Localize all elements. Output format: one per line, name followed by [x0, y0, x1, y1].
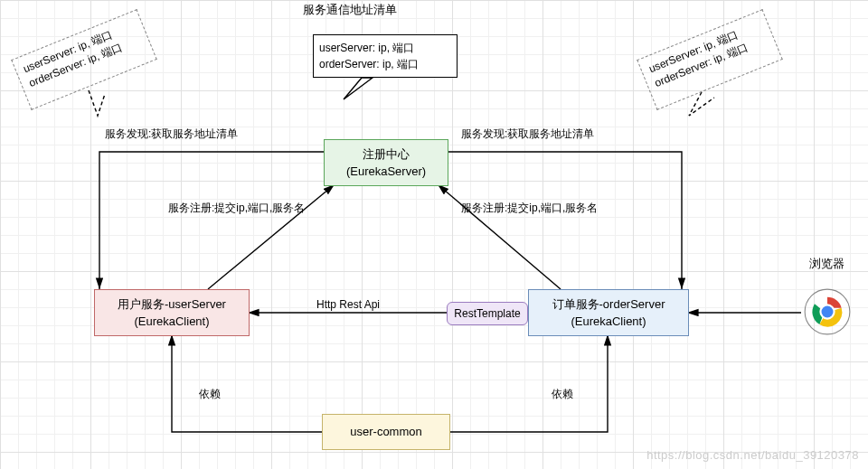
order-server-line1: 订单服务-orderServer: [552, 295, 665, 314]
user-common-text: user-common: [350, 423, 421, 441]
label-register-right: 服务注册:提交ip,端口,服务名: [461, 201, 598, 216]
registry-box: 注册中心 (EurekaServer): [324, 139, 448, 186]
note-left: userServer: ip, 端口 orderServer: ip, 端口: [11, 9, 157, 110]
registry-line1: 注册中心: [363, 145, 410, 164]
diagram-title: 服务通信地址清单: [303, 2, 397, 18]
diagram-canvas: 服务通信地址清单 userServer: ip, 端口 orderServer:…: [0, 0, 868, 469]
user-server-box: 用户服务-userServer (EurekaClient): [94, 289, 250, 336]
order-server-box: 订单服务-orderServer (EurekaClient): [528, 289, 689, 336]
speech-line2: orderServer: ip, 端口: [319, 56, 451, 72]
svg-point-2: [822, 306, 834, 318]
note-right: userServer: ip, 端口 orderServer: ip, 端口: [637, 9, 783, 110]
speech-bubble: userServer: ip, 端口 orderServer: ip, 端口: [313, 34, 458, 78]
user-common-box: user-common: [322, 414, 450, 450]
label-depend-left: 依赖: [199, 387, 221, 402]
watermark: https://blog.csdn.net/baidu_39120378: [646, 448, 859, 462]
label-depend-right: 依赖: [552, 387, 573, 402]
rest-template-box: RestTemplate: [447, 302, 528, 325]
label-discover-right: 服务发现:获取服务地址清单: [461, 127, 594, 142]
speech-line1: userServer: ip, 端口: [319, 40, 451, 56]
label-register-left: 服务注册:提交ip,端口,服务名: [168, 201, 305, 216]
chrome-icon: [803, 287, 852, 336]
user-server-line1: 用户服务-userServer: [118, 295, 226, 314]
order-server-line2: (EurekaClient): [571, 313, 646, 331]
registry-line2: (EurekaServer): [346, 163, 426, 181]
label-discover-left: 服务发现:获取服务地址清单: [105, 127, 238, 142]
rest-template-text: RestTemplate: [454, 305, 520, 322]
browser-label: 浏览器: [809, 256, 844, 272]
label-http-api: Http Rest Api: [316, 298, 380, 311]
user-server-line2: (EurekaClient): [134, 313, 209, 331]
